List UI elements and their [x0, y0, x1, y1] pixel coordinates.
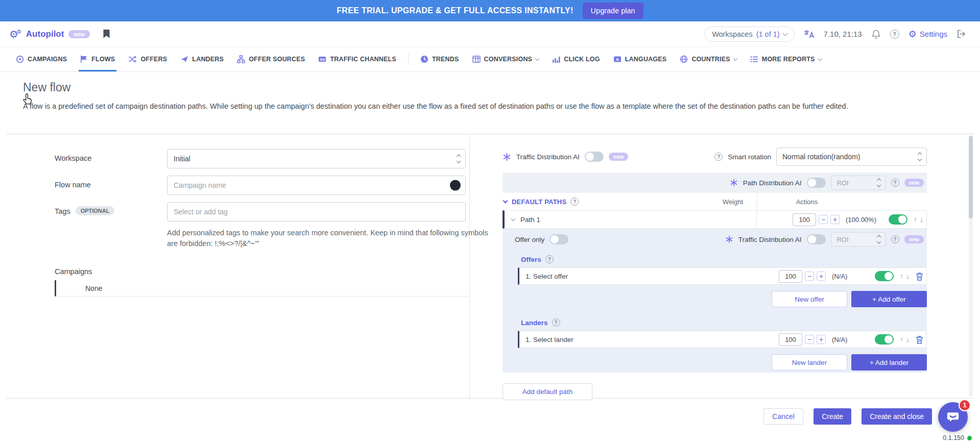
nav-item-offers[interactable]: OFFERS: [122, 47, 174, 71]
ai-icon: [725, 235, 733, 243]
cancel-button[interactable]: Cancel: [763, 408, 803, 425]
notifications-bell-icon[interactable]: [871, 29, 881, 39]
settings-link[interactable]: ⚙ Settings: [909, 30, 947, 39]
flow-name-input[interactable]: [167, 176, 466, 195]
svg-text:Ad: Ad: [320, 58, 325, 61]
delete-trash-icon[interactable]: [916, 335, 923, 344]
nav-item-offer-sources[interactable]: OFFER SOURCES: [230, 47, 312, 71]
footer-actions: Cancel Create Create and close: [0, 399, 980, 425]
autopilot-link[interactable]: Autopilot: [26, 29, 64, 39]
offer-only-toggle[interactable]: [549, 234, 568, 244]
flows-icon: [80, 55, 88, 63]
nav-item-conversions[interactable]: CONVERSIONS: [466, 47, 546, 71]
nav-item-click-log[interactable]: CLICK LOG: [545, 47, 607, 71]
add-offer-button[interactable]: + Add offer: [851, 291, 927, 307]
weight-increase-button[interactable]: +: [830, 215, 840, 224]
offer-enabled-toggle[interactable]: [875, 271, 894, 281]
weight-increase-button[interactable]: +: [817, 272, 826, 281]
chat-widget-button[interactable]: 1: [938, 402, 968, 432]
page-title: New flow: [23, 81, 957, 94]
campaigns-value: None: [85, 284, 102, 292]
path-traffic-distribution-ai-toggle[interactable]: [807, 234, 826, 244]
flow-name-dot[interactable]: [450, 180, 461, 191]
nav-item-traffic-channels[interactable]: Ad TRAFFIC CHANNELS: [312, 47, 403, 71]
scrollbar-thumb[interactable]: [969, 136, 973, 218]
flow-form-pane: Workspace Initial Flow name Tags OPTIONA…: [6, 134, 470, 398]
offers-help-icon[interactable]: ?: [545, 255, 554, 263]
move-up-icon[interactable]: ↑: [914, 215, 917, 224]
workspaces-selector[interactable]: Workspaces (1 of 1): [704, 27, 794, 42]
nav-item-more-reports[interactable]: MORE REPORTS: [744, 47, 828, 71]
move-up-icon[interactable]: ↑: [900, 272, 903, 280]
landers-help-icon[interactable]: ?: [552, 318, 560, 327]
app-header: ⚙⚙ Autopilot new Workspaces (1 of 1) 7.1…: [0, 21, 980, 47]
flow-editor-card: Workspace Initial Flow name Tags OPTIONA…: [6, 134, 974, 399]
nav-item-languages[interactable]: A LANGUAGES: [607, 47, 674, 71]
chat-bubble-icon: [946, 410, 960, 424]
lander-enabled-toggle[interactable]: [875, 334, 894, 344]
move-up-icon[interactable]: ↑: [900, 335, 903, 343]
move-down-icon[interactable]: ↓: [906, 272, 910, 280]
new-lander-button[interactable]: New lander: [772, 354, 847, 371]
offer-reorder-arrows: ↑↓: [900, 272, 910, 280]
svg-text:A: A: [616, 57, 619, 62]
page-description: A flow is a predefined set of campaign d…: [23, 101, 947, 112]
countries-icon: [680, 55, 688, 63]
weight-decrease-button[interactable]: −: [805, 272, 814, 281]
move-down-icon[interactable]: ↓: [920, 215, 923, 224]
chevron-down-icon: [782, 31, 787, 36]
campaigns-value-row: None: [55, 280, 468, 297]
add-lander-button[interactable]: + Add lander: [851, 354, 927, 371]
select-chevrons-icon: [918, 153, 921, 161]
default-paths-help-icon[interactable]: ?: [570, 198, 579, 206]
path-row[interactable]: Path 1 100 − + (100.00%) ↑↓: [503, 210, 927, 229]
bookmark-icon[interactable]: [103, 29, 110, 39]
traffic-distribution-ai-toggle[interactable]: [585, 152, 604, 162]
lander-row[interactable]: 1. Select lander 100 − + (N/A) ↑↓: [518, 331, 927, 348]
upgrade-plan-button[interactable]: Upgrade plan: [583, 3, 643, 19]
select-chevrons-icon: [877, 236, 880, 243]
ai-icon: [503, 153, 511, 161]
add-default-path-button[interactable]: Add default path: [503, 383, 592, 400]
path-weight-value[interactable]: 100: [793, 213, 816, 226]
nav-item-flows[interactable]: FLOWS: [74, 47, 122, 71]
create-and-close-button[interactable]: Create and close: [862, 408, 932, 425]
help-icon[interactable]: ?: [890, 30, 899, 39]
weight-decrease-button[interactable]: −: [819, 215, 828, 224]
lander-weight-value[interactable]: 100: [779, 333, 802, 346]
traffic-distribution-ai-label: Traffic Distribution AI: [516, 153, 580, 161]
path-distribution-help-icon[interactable]: ?: [891, 179, 899, 187]
trial-banner: FREE TRIAL. UPGRADE & GET FULL ACCESS IN…: [0, 0, 980, 21]
smart-rotation-select[interactable]: Normal rotation(random): [776, 147, 927, 166]
collapse-chevron-icon[interactable]: [511, 217, 515, 221]
delete-trash-icon[interactable]: [916, 272, 923, 281]
offer-weight-stepper: 100 − +: [779, 270, 826, 283]
nav-item-trends[interactable]: TRENDS: [414, 47, 466, 71]
smart-rotation-help-icon[interactable]: ?: [714, 153, 723, 161]
path-distribution-ai-toggle[interactable]: [807, 178, 826, 188]
move-down-icon[interactable]: ↓: [906, 335, 910, 343]
nav-item-countries[interactable]: COUNTRIES: [673, 47, 743, 71]
tags-input[interactable]: [167, 202, 466, 222]
traffic-distribution-help-icon[interactable]: ?: [891, 235, 899, 243]
weight-increase-button[interactable]: +: [817, 335, 826, 344]
smart-rotation-label: Smart rotation: [728, 153, 771, 161]
path-enabled-toggle[interactable]: [889, 214, 907, 225]
offer-row[interactable]: 1. Select offer 100 − + (N/A) ↑↓: [518, 267, 927, 285]
offer-weight-value[interactable]: 100: [779, 270, 802, 283]
weight-decrease-button[interactable]: −: [805, 335, 814, 344]
offers-icon: [128, 55, 137, 63]
campaigns-icon: [16, 55, 24, 63]
logout-icon[interactable]: [957, 29, 967, 39]
translate-icon[interactable]: [804, 29, 815, 39]
new-offer-button[interactable]: New offer: [772, 291, 847, 307]
collapse-chevron-icon[interactable]: [503, 199, 508, 204]
nav-item-landers[interactable]: LANDERS: [174, 47, 230, 71]
workspaces-count: (1 of 1): [756, 30, 780, 38]
workspace-label: Workspace: [55, 149, 167, 168]
path-distribution-strip: Path Distribution AI ROI ? new: [503, 173, 927, 193]
workspace-select[interactable]: Initial: [167, 149, 466, 168]
scrollbar-track[interactable]: [969, 136, 973, 397]
nav-item-campaigns[interactable]: CAMPAIGNS: [9, 47, 74, 71]
create-button[interactable]: Create: [814, 408, 851, 425]
